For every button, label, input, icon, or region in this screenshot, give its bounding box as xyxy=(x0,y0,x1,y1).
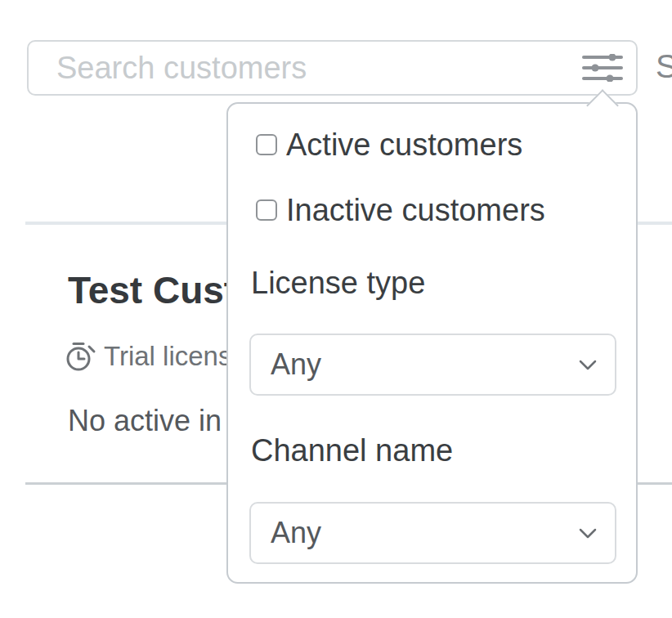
inactive-customers-checkbox-row[interactable]: Inactive customers xyxy=(256,191,545,229)
inactive-customers-checkbox[interactable] xyxy=(256,199,277,221)
truncated-right-text: S xyxy=(656,50,672,83)
customer-search-page: { "search": { "placeholder": "Search cus… xyxy=(0,0,672,618)
chevron-down-icon xyxy=(579,360,597,370)
search-bar xyxy=(27,40,638,96)
active-customers-checkbox-row[interactable]: Active customers xyxy=(256,126,522,163)
chevron-down-icon xyxy=(579,528,597,539)
channel-name-select[interactable]: Any xyxy=(249,502,616,564)
checkbox-label: Inactive customers xyxy=(286,191,545,229)
channel-name-label: Channel name xyxy=(251,432,453,470)
active-customers-checkbox[interactable] xyxy=(256,134,277,155)
license-type-select[interactable]: Any xyxy=(249,334,616,396)
customer-status-text: No active in xyxy=(68,405,222,437)
search-input[interactable] xyxy=(29,42,636,94)
license-row: Trial licens xyxy=(65,341,231,372)
checkbox-label: Active customers xyxy=(286,126,522,163)
license-type-value: Any xyxy=(271,347,321,382)
customer-name: Test Cust xyxy=(68,271,236,309)
filter-button[interactable] xyxy=(580,52,625,84)
timer-icon xyxy=(65,342,96,372)
channel-name-value: Any xyxy=(271,516,321,550)
license-text: Trial licens xyxy=(104,341,231,372)
filter-popover: Active customers Inactive customers Lice… xyxy=(226,102,638,584)
license-type-label: License type xyxy=(251,265,425,302)
sliders-icon xyxy=(582,54,623,82)
